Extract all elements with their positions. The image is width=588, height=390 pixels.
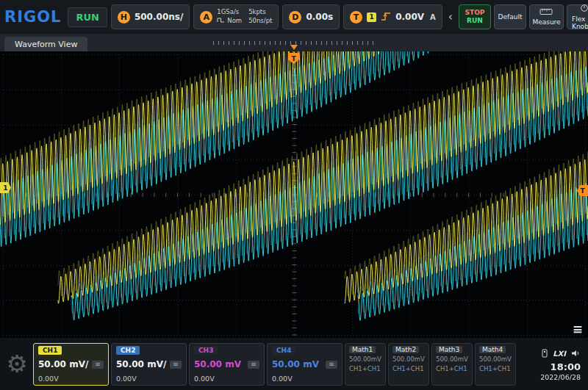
clock-date: 2022/06/28: [540, 373, 581, 381]
default-button[interactable]: Default: [494, 4, 526, 29]
channel-offset: 0.00V: [272, 375, 337, 383]
delay-key-icon: D: [289, 11, 301, 24]
channel-menu-icon[interactable]: ≡: [92, 361, 104, 369]
acquire-control[interactable]: A 1GSa/s 5kpts Nom 50ns/pt: [193, 4, 279, 29]
channel-label: CH2: [116, 346, 140, 355]
acquire-mode: Nom: [217, 17, 242, 26]
channel-label: CH4: [272, 346, 295, 355]
delay-control[interactable]: D 0.00s: [282, 4, 340, 29]
acquire-key-icon: A: [200, 11, 212, 24]
menu-icon[interactable]: ≡: [573, 322, 583, 336]
view-tab-bar: Waveform View: [0, 34, 588, 51]
ruler-icon: [539, 8, 553, 17]
math-box-math3[interactable]: Math3 500.00mV CH1+CH1: [431, 343, 473, 386]
lxi-badge: LXI: [553, 350, 566, 358]
math-expression: CH1+CH1: [392, 365, 425, 372]
math-label: Math3: [436, 346, 462, 353]
top-toolbar: RIGOL RUN H 500.00ns/ A 1GSa/s 5kpts Nom…: [0, 0, 588, 34]
clock-time: 18:00: [551, 361, 581, 372]
channel-box-ch1[interactable]: CH1 50.00 mV/ ≡ 0.00V: [33, 343, 109, 386]
math-box-math4[interactable]: Math4 500.00mV CH1+CH1: [475, 343, 516, 386]
channel-offset: 0.00V: [38, 375, 104, 383]
sample-interval: 50ns/pt: [248, 17, 272, 26]
trigger-control[interactable]: T 1 0.00V A: [343, 4, 442, 29]
timebase-value: 500.00ns/: [135, 12, 183, 22]
channel-box-ch2[interactable]: CH2 50.00 mV/ ≡ 0.00V: [111, 343, 187, 386]
math-label: Math1: [349, 346, 376, 353]
trigger-source-badge: 1: [367, 12, 376, 22]
square-wave-icon: [217, 17, 225, 26]
system-status-area: LXI 18:00 2022/06/28: [540, 347, 585, 381]
trigger-position-pointer-icon[interactable]: [290, 45, 298, 50]
rigol-logo: RIGOL: [4, 8, 61, 26]
channel-box-ch4[interactable]: CH4 50.00 mV ≡ 0.00V: [267, 343, 343, 386]
speaker-icon[interactable]: [570, 347, 581, 361]
measure-button[interactable]: Measure: [529, 4, 564, 29]
channel-menu-icon[interactable]: ≡: [170, 361, 182, 369]
trigger-key-icon: T: [350, 11, 362, 24]
trigger-level-value: 0.00V: [395, 12, 424, 22]
channel-scale: 50.00 mV: [194, 359, 241, 369]
channel-box-ch3[interactable]: CH3 50.00 mV ≡ 0.00V: [189, 343, 265, 386]
channel-menu-icon[interactable]: ≡: [248, 361, 259, 369]
math-box-math1[interactable]: Math1 500.00mV CH1+CH1: [345, 343, 386, 386]
math-scale: 500.00mV: [436, 355, 468, 363]
trigger-sweep-mode: A: [430, 13, 436, 21]
flex-knob-button[interactable]: Flex Knob: [567, 4, 588, 29]
memory-depth: 5kpts: [248, 9, 272, 16]
channel-status-bar: ⚙ CH1 50.00 mV/ ≡ 0.00V CH2 50.00 mV/ ≡ …: [0, 338, 588, 390]
channel-offset: 0.00V: [194, 375, 259, 383]
delay-value: 0.00s: [306, 12, 333, 22]
horizontal-timebase-control[interactable]: H 500.00ns/: [111, 4, 190, 29]
channel-offset: 0.00V: [116, 375, 182, 383]
channel-scale: 50.00 mV/: [116, 359, 166, 369]
math-expression: CH1+CH1: [349, 365, 381, 372]
horizontal-key-icon: H: [118, 11, 130, 24]
collapse-toolbar-chevron[interactable]: ‹: [446, 10, 455, 24]
stop-run-button[interactable]: STOP RUN: [459, 4, 491, 29]
tab-waveform-view[interactable]: Waveform View: [4, 37, 87, 51]
waveform-canvas[interactable]: [0, 51, 588, 338]
math-expression: CH1+CH1: [479, 365, 512, 372]
math-scale: 500.00mV: [479, 355, 512, 363]
channel-menu-icon[interactable]: ≡: [326, 361, 337, 369]
sample-rate: 1GSa/s: [217, 9, 242, 16]
acquisition-status-badge: RUN: [68, 7, 107, 27]
channel-scale: 50.00 mV/: [38, 359, 88, 369]
math-label: Math4: [479, 346, 506, 353]
math-box-math2[interactable]: Math2 500.00mV CH1+CH1: [388, 343, 429, 386]
math-scale: 500.00mV: [349, 355, 381, 363]
math-scale: 500.00mV: [392, 355, 425, 363]
knob-icon: [580, 4, 588, 14]
channel-scale: 50.00 mV: [272, 359, 319, 369]
math-label: Math2: [392, 346, 419, 353]
channel-label: CH1: [38, 346, 62, 355]
waveform-display-area[interactable]: T 1 T ≡: [0, 51, 588, 338]
gear-icon[interactable]: ⚙: [3, 352, 31, 376]
usb-device-icon: [541, 347, 548, 361]
rising-edge-icon: [381, 10, 391, 24]
math-expression: CH1+CH1: [436, 365, 468, 372]
channel-label: CH3: [194, 346, 218, 355]
